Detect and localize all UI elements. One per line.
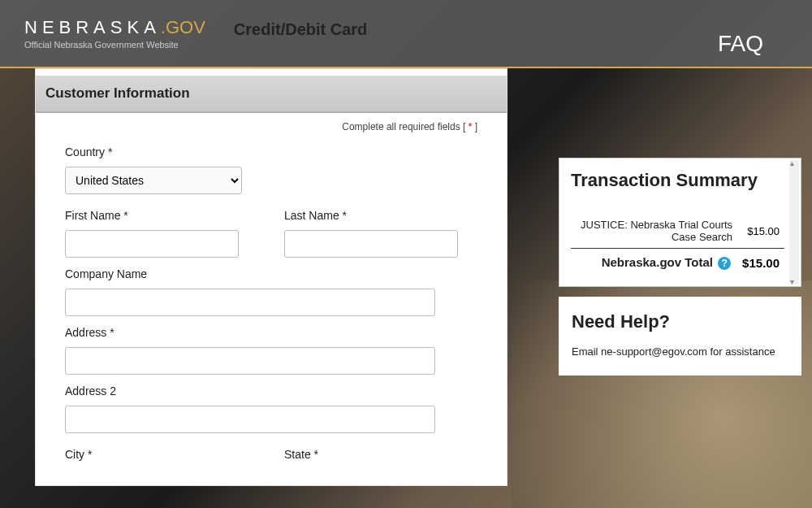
table-row: Nebraska.gov Total ? $15.00 — [571, 249, 784, 276]
city-label: City * — [65, 448, 242, 461]
summary-total-label: Nebraska.gov Total — [602, 255, 713, 269]
summary-item-desc: JUSTICE: Nebraska Trial Courts Case Sear… — [571, 214, 737, 249]
faq-link[interactable]: FAQ — [718, 31, 763, 57]
address-input[interactable] — [65, 347, 435, 375]
transaction-summary-box: Transaction Summary JUSTICE: Nebraska Tr… — [559, 158, 801, 287]
logo-brand: NEBRASKA — [24, 17, 161, 37]
site-logo[interactable]: NEBRASKA.GOV Official Nebraska Governmen… — [24, 17, 205, 50]
company-input[interactable] — [65, 289, 435, 316]
table-row: JUSTICE: Nebraska Trial Courts Case Sear… — [571, 214, 784, 249]
logo-gov: .GOV — [161, 17, 205, 37]
logo-tagline: Official Nebraska Government Website — [24, 40, 205, 50]
country-label: Country * — [65, 145, 242, 158]
summary-item-amount: $15.00 — [737, 214, 784, 249]
country-select[interactable]: United States — [65, 167, 242, 194]
company-label: Company Name — [65, 267, 435, 280]
need-help-text: Email ne-support@egov.com for assistance — [572, 345, 788, 358]
first-name-input[interactable] — [65, 230, 239, 258]
last-name-input[interactable] — [284, 230, 458, 258]
address2-input[interactable] — [65, 406, 435, 433]
required-suffix: ] — [472, 121, 477, 132]
required-fields-note: Complete all required fields [ * ] — [65, 121, 477, 132]
address2-label: Address 2 — [65, 384, 435, 397]
state-label: State * — [284, 448, 461, 461]
summary-total-amount: $15.00 — [737, 249, 784, 276]
summary-scrollbar[interactable] — [789, 160, 799, 284]
logo-text: NEBRASKA.GOV — [24, 17, 205, 38]
last-name-label: Last Name * — [284, 209, 461, 222]
section-header-customer-info: Customer Information — [36, 76, 507, 113]
help-icon[interactable]: ? — [718, 257, 731, 270]
customer-form-panel: Customer Information Complete all requir… — [35, 68, 508, 486]
address-label: Address * — [65, 326, 435, 339]
required-prefix: Complete all required fields [ — [342, 121, 468, 132]
site-header: NEBRASKA.GOV Official Nebraska Governmen… — [0, 0, 812, 68]
page-title: Credit/Debit Card — [234, 20, 367, 39]
form-body: Complete all required fields [ * ] Count… — [36, 113, 507, 485]
need-help-title: Need Help? — [572, 311, 788, 332]
transaction-summary-title: Transaction Summary — [571, 170, 784, 191]
need-help-box: Need Help? Email ne-support@egov.com for… — [559, 297, 801, 376]
summary-table: JUSTICE: Nebraska Trial Courts Case Sear… — [571, 214, 784, 275]
sidebar: Transaction Summary JUSTICE: Nebraska Tr… — [559, 158, 801, 376]
summary-total-label-cell: Nebraska.gov Total ? — [571, 249, 737, 276]
first-name-label: First Name * — [65, 209, 242, 222]
